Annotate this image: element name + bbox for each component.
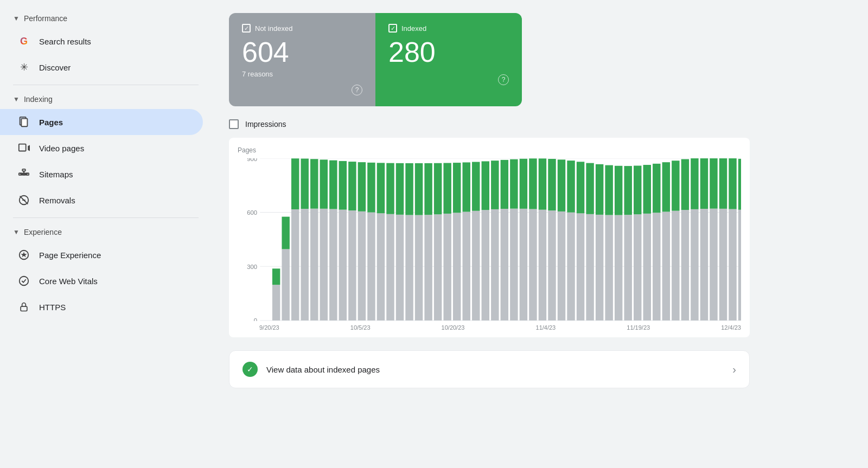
chart-svg: 900 600 300 0 <box>238 158 741 321</box>
svg-rect-92 <box>577 214 584 321</box>
svg-rect-119 <box>700 158 708 209</box>
svg-rect-106 <box>643 214 651 320</box>
x-label-2: 10/5/23 <box>350 324 371 331</box>
svg-rect-103 <box>624 166 631 215</box>
green-check-icon: ✓ <box>242 362 258 377</box>
sidebar-item-core-web-vitals[interactable]: Core Web Vitals <box>0 268 203 294</box>
svg-rect-107 <box>643 165 651 214</box>
svg-rect-74 <box>491 209 499 320</box>
svg-rect-30 <box>282 249 289 321</box>
x-label-3: 10/20/23 <box>442 324 465 331</box>
svg-rect-66 <box>453 213 461 321</box>
svg-rect-47 <box>358 162 366 211</box>
impressions-checkbox[interactable] <box>229 119 239 129</box>
sidebar-divider-1 <box>13 85 199 85</box>
indexed-help-icon[interactable]: ? <box>498 74 509 85</box>
sidebar: ▼ Performance G Search results ✳ Discove… <box>0 0 212 468</box>
indexing-label: Indexing <box>24 95 53 104</box>
svg-rect-71 <box>472 162 480 211</box>
svg-rect-114 <box>681 210 689 320</box>
svg-rect-84 <box>539 210 546 320</box>
svg-text:900: 900 <box>247 158 257 162</box>
not-indexed-label: Not indexed <box>255 24 292 33</box>
svg-rect-67 <box>453 163 461 213</box>
svg-rect-75 <box>491 161 499 209</box>
svg-rect-108 <box>653 213 660 320</box>
svg-point-17 <box>20 277 29 286</box>
removals-icon <box>17 194 30 207</box>
performance-section-header: ▼ Performance <box>0 9 212 28</box>
svg-rect-111 <box>662 162 670 211</box>
sidebar-item-https[interactable]: HTTPS <box>0 294 203 320</box>
svg-rect-109 <box>653 164 660 213</box>
svg-rect-86 <box>548 210 556 320</box>
sidebar-item-discover[interactable]: ✳ Discover <box>0 54 203 80</box>
indexed-footer: ? <box>388 74 509 85</box>
svg-rect-34 <box>301 209 309 320</box>
sidebar-item-sitemaps[interactable]: Sitemaps <box>0 161 203 187</box>
svg-rect-56 <box>405 215 413 320</box>
svg-rect-94 <box>586 214 593 320</box>
sidebar-item-page-experience[interactable]: Page Experience <box>0 242 203 268</box>
sitemaps-icon <box>17 168 30 181</box>
sidebar-divider-2 <box>13 217 199 218</box>
svg-rect-59 <box>415 163 423 215</box>
core-web-vitals-icon <box>17 274 30 287</box>
svg-rect-120 <box>710 209 717 320</box>
svg-rect-112 <box>672 211 679 320</box>
svg-rect-1 <box>21 119 27 127</box>
sidebar-item-pages[interactable]: Pages <box>0 109 203 135</box>
pages-label: Pages <box>39 118 63 127</box>
sidebar-item-video-pages[interactable]: Video pages <box>0 135 203 161</box>
experience-label: Experience <box>24 228 62 236</box>
svg-rect-88 <box>558 211 565 320</box>
view-data-card[interactable]: ✓ View data about indexed pages › <box>229 350 750 388</box>
svg-rect-63 <box>434 163 442 214</box>
svg-rect-105 <box>634 166 641 215</box>
svg-rect-70 <box>472 211 480 320</box>
svg-rect-115 <box>681 159 689 210</box>
discover-icon: ✳ <box>17 61 30 74</box>
indexed-label: Indexed <box>401 24 426 33</box>
svg-rect-45 <box>348 162 356 210</box>
svg-rect-97 <box>596 164 603 215</box>
svg-marker-3 <box>28 145 30 151</box>
svg-rect-40 <box>329 209 337 320</box>
sidebar-item-search-results[interactable]: G Search results <box>0 28 203 54</box>
google-g-icon: G <box>17 35 30 48</box>
svg-rect-64 <box>443 214 451 320</box>
sidebar-item-removals[interactable]: Removals <box>0 187 203 213</box>
svg-rect-93 <box>577 162 584 213</box>
svg-rect-18 <box>21 306 27 311</box>
main-content: ✓ Not indexed 604 7 reasons ? ✓ Indexed … <box>212 0 868 468</box>
svg-rect-58 <box>415 215 423 320</box>
svg-rect-122 <box>719 209 727 320</box>
svg-text:300: 300 <box>247 264 257 270</box>
svg-rect-51 <box>377 163 385 214</box>
svg-rect-46 <box>358 211 366 320</box>
svg-rect-90 <box>567 213 575 320</box>
svg-rect-76 <box>501 209 508 320</box>
svg-rect-69 <box>463 163 470 212</box>
svg-rect-33 <box>291 158 299 209</box>
svg-rect-35 <box>301 159 309 209</box>
not-indexed-checkbox-icon: ✓ <box>242 24 251 33</box>
svg-rect-41 <box>329 161 337 209</box>
svg-rect-81 <box>520 159 527 209</box>
svg-rect-50 <box>377 213 385 320</box>
svg-rect-127 <box>738 159 741 210</box>
chart-x-labels: 9/20/23 10/5/23 10/20/23 11/4/23 11/19/2… <box>238 321 741 337</box>
not-indexed-header: ✓ Not indexed <box>242 24 362 33</box>
svg-rect-100 <box>615 215 622 320</box>
experience-section-header: ▼ Experience <box>0 222 212 242</box>
svg-rect-95 <box>586 163 593 214</box>
svg-rect-85 <box>539 159 546 210</box>
svg-rect-83 <box>529 158 537 209</box>
experience-chevron-icon: ▼ <box>13 228 20 236</box>
chart-y-label: Pages <box>238 146 741 154</box>
svg-rect-60 <box>424 215 432 320</box>
not-indexed-help-icon[interactable]: ? <box>352 85 362 95</box>
page-experience-label: Page Experience <box>39 251 101 260</box>
svg-rect-39 <box>320 160 328 209</box>
svg-rect-4 <box>22 169 25 171</box>
